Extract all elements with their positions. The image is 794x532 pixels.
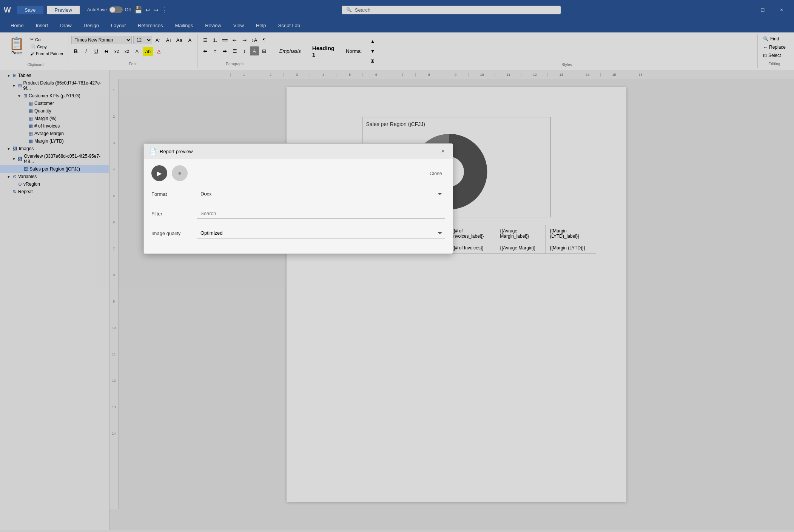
modal-word-icon: 📄 [149, 148, 157, 155]
modal-overlay: 📄 Report preview × ▶ ● Close Format Docx [0, 0, 794, 532]
filter-field: Filter [151, 208, 445, 219]
modal-title: 📄 Report preview [149, 148, 193, 155]
stop-icon: ● [178, 170, 182, 177]
report-preview-modal: 📄 Report preview × ▶ ● Close Format Docx [143, 143, 453, 254]
image-quality-field: Image quality Optimized [151, 228, 445, 238]
play-icon: ▶ [157, 170, 162, 177]
filter-input[interactable] [197, 208, 445, 219]
play-button[interactable]: ▶ [151, 165, 167, 181]
modal-controls: ▶ ● Close [151, 165, 445, 181]
modal-close-icon[interactable]: × [438, 147, 447, 156]
modal-title-text: Report preview [160, 149, 193, 154]
format-field: Format Docx [151, 189, 445, 199]
image-quality-select[interactable]: Optimized [197, 228, 445, 238]
image-quality-label: Image quality [151, 231, 189, 236]
format-select[interactable]: Docx [197, 189, 445, 199]
modal-header: 📄 Report preview × [144, 144, 453, 159]
modal-body: ▶ ● Close Format Docx Filter Image quali… [144, 159, 453, 254]
filter-label: Filter [151, 211, 189, 217]
stop-button[interactable]: ● [172, 165, 188, 181]
format-label: Format [151, 191, 189, 197]
modal-close-button[interactable]: Close [427, 169, 445, 178]
